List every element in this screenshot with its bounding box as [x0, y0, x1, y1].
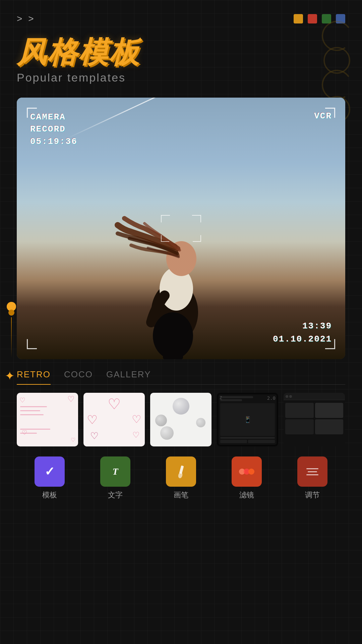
vcr-top-right: VCR — [314, 111, 332, 121]
adjust-sliders-icon — [306, 468, 318, 475]
svg-rect-4 — [163, 346, 173, 359]
tool-icon-filter — [232, 457, 262, 487]
vcr-timecode: 05:19:36 — [30, 136, 77, 148]
filter-circles-icon — [239, 469, 254, 475]
brush-icon — [174, 464, 188, 479]
tab-gallery[interactable]: GALLERY — [106, 369, 151, 384]
tool-icon-brush — [166, 457, 196, 487]
nav-arrows: > > — [17, 13, 34, 24]
title-section: 风格模板 Popular templates — [0, 31, 362, 88]
vcr-date: 01.10.2021 — [273, 333, 332, 346]
bottom-toolbar: ✓ 模板 T 文字 画笔 — [0, 457, 362, 500]
deco-circle-small — [8, 310, 14, 316]
tool-item-filter[interactable]: 滤镜 — [214, 457, 280, 500]
top-nav: > > — [0, 0, 362, 31]
tabs-section: RETRO COCO GALLERY ♡ ♡ ♡ ♡ ♡ ♡ ♡ — [0, 369, 362, 446]
star-decoration: ✦ — [5, 369, 15, 383]
title-english: Popular templates — [17, 71, 345, 84]
tab-coco[interactable]: COCO — [64, 369, 93, 384]
tool-item-text[interactable]: T 文字 — [82, 457, 148, 500]
tool-label-template: 模板 — [42, 490, 57, 500]
template-thumb-2[interactable]: ♡ ♡ ♡ ♡ ♡ — [83, 393, 145, 446]
deco-line — [11, 317, 12, 358]
svg-point-7 — [178, 472, 183, 479]
vcr-top-left: CAMERA RECORD 05:19:36 — [30, 111, 77, 148]
tool-item-template[interactable]: ✓ 模板 — [17, 457, 82, 500]
corner-bracket-bl — [27, 339, 37, 349]
vcr-bottom-right: 13:39 01.10.2021 — [273, 320, 332, 346]
tool-icon-text: T — [100, 457, 130, 487]
checkmark-icon: ✓ — [45, 465, 55, 479]
tool-label-filter: 滤镜 — [239, 490, 254, 500]
tool-icon-adjust — [297, 457, 327, 487]
template-thumb-1[interactable]: ♡ ♡ ♡ ♡ — [17, 393, 78, 446]
back-arrow-1[interactable]: > — [17, 13, 22, 24]
person-figure — [111, 185, 238, 359]
svg-rect-5 — [175, 346, 183, 359]
photo-background: CAMERA RECORD 05:19:36 VCR 13:39 01.10.2… — [17, 98, 345, 359]
tool-item-adjust[interactable]: 调节 — [280, 457, 345, 500]
vcr-camera-label: CAMERA — [30, 111, 77, 123]
text-t-icon: T — [112, 466, 118, 477]
tab-retro[interactable]: RETRO — [17, 369, 51, 384]
left-decoration — [7, 302, 16, 358]
tool-icon-template: ✓ — [35, 457, 65, 487]
focus-bracket — [161, 215, 201, 242]
vcr-record-label: RECORD — [30, 123, 77, 135]
back-arrow-2[interactable]: > — [28, 13, 34, 24]
title-chinese: 风格模板 — [17, 38, 345, 67]
template-thumb-4[interactable]: 📱 2.0 Z — [217, 393, 278, 446]
color-dot-red[interactable] — [308, 14, 317, 23]
tool-item-brush[interactable]: 画笔 — [148, 457, 214, 500]
color-dot-yellow[interactable] — [294, 14, 303, 23]
template-thumb-5[interactable] — [284, 393, 345, 446]
tabs-row: RETRO COCO GALLERY — [17, 369, 345, 385]
tool-label-brush: 画笔 — [174, 490, 188, 500]
tool-label-text: 文字 — [108, 490, 123, 500]
thumbnails-row: ♡ ♡ ♡ ♡ ♡ ♡ ♡ ♡ ♡ — [17, 393, 345, 446]
main-image: CAMERA RECORD 05:19:36 VCR 13:39 01.10.2… — [17, 98, 345, 359]
template-thumb-3[interactable] — [150, 393, 212, 446]
vcr-time: 13:39 — [273, 320, 332, 333]
tool-label-adjust: 调节 — [305, 490, 320, 500]
